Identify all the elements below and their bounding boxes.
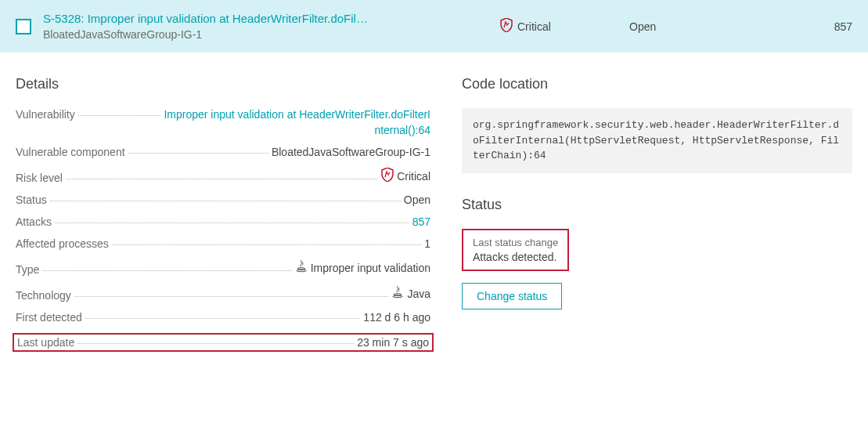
details-heading: Details bbox=[16, 76, 430, 92]
dots bbox=[42, 270, 291, 271]
value: Critical bbox=[381, 168, 430, 184]
value: BloatedJavaSoftwareGroup-IG-1 bbox=[272, 146, 430, 158]
code-location-block: org.springframework.security.web.header.… bbox=[462, 108, 852, 173]
detail-technology: Technology Java bbox=[16, 285, 430, 302]
vulnerability-link[interactable]: Improper input validation at HeaderWrite… bbox=[164, 108, 430, 136]
label: Vulnerable component bbox=[16, 146, 125, 158]
detail-component: Vulnerable component BloatedJavaSoftware… bbox=[16, 146, 430, 158]
header-severity: Critical bbox=[500, 18, 618, 34]
detail-attacks: Attacks 857 bbox=[16, 215, 430, 228]
content-area: Details Vulnerability Improper input val… bbox=[0, 52, 868, 375]
vulnerability-title[interactable]: S-5328: Improper input validation at Hea… bbox=[43, 12, 450, 25]
label: Status bbox=[16, 194, 47, 206]
dots bbox=[85, 318, 361, 319]
shield-icon bbox=[500, 18, 513, 34]
detail-first-detected: First detected 112 d 6 h ago bbox=[16, 311, 430, 324]
dots bbox=[77, 343, 354, 344]
dots bbox=[128, 153, 268, 154]
label: Risk level bbox=[16, 172, 63, 184]
label: Affected processes bbox=[16, 237, 109, 250]
label: Attacks bbox=[16, 215, 52, 228]
header-status: Open bbox=[629, 20, 747, 33]
detail-status: Status Open bbox=[16, 194, 430, 206]
right-column: Code location org.springframework.securi… bbox=[462, 76, 852, 352]
svg-point-1 bbox=[297, 270, 306, 271]
dots bbox=[78, 115, 161, 116]
code-location-heading: Code location bbox=[462, 76, 852, 92]
label: Technology bbox=[16, 289, 71, 302]
java-icon bbox=[391, 285, 404, 302]
value: Open bbox=[404, 194, 430, 206]
header-attacks: 857 bbox=[758, 20, 852, 33]
change-status-button[interactable]: Change status bbox=[462, 283, 562, 309]
dots bbox=[50, 201, 401, 201]
dots bbox=[112, 244, 421, 245]
details-column: Details Vulnerability Improper input val… bbox=[16, 76, 430, 352]
detail-risk-level: Risk level Critical bbox=[16, 168, 430, 184]
header-main: S-5328: Improper input validation at Hea… bbox=[43, 12, 488, 41]
vulnerability-component: BloatedJavaSoftwareGroup-IG-1 bbox=[43, 28, 488, 41]
dots bbox=[55, 223, 409, 223]
detail-last-update: Last update 23 min 7 s ago bbox=[17, 336, 429, 349]
value: 112 d 6 h ago bbox=[363, 311, 430, 324]
label: Vulnerability bbox=[16, 108, 75, 121]
select-checkbox[interactable] bbox=[16, 19, 31, 34]
value: 1 bbox=[424, 237, 430, 250]
label: Last update bbox=[17, 336, 74, 349]
dots bbox=[74, 296, 389, 297]
detail-vulnerability: Vulnerability Improper input validation … bbox=[16, 108, 430, 136]
value: 23 min 7 s ago bbox=[357, 336, 429, 349]
value: Java bbox=[391, 285, 430, 302]
vulnerability-header-row[interactable]: S-5328: Improper input validation at Hea… bbox=[0, 0, 868, 52]
shield-icon bbox=[381, 168, 394, 184]
value: Improper input validation bbox=[295, 259, 430, 276]
last-update-highlight: Last update 23 min 7 s ago bbox=[13, 333, 434, 352]
status-change-value: Attacks detected. bbox=[473, 251, 558, 263]
java-icon bbox=[295, 259, 308, 276]
attacks-link[interactable]: 857 bbox=[412, 215, 430, 228]
svg-point-3 bbox=[393, 295, 402, 297]
dots bbox=[66, 179, 378, 179]
detail-processes: Affected processes 1 bbox=[16, 237, 430, 250]
label: First detected bbox=[16, 311, 82, 324]
status-heading: Status bbox=[462, 197, 852, 213]
severity-text: Critical bbox=[517, 20, 551, 33]
status-change-label: Last status change bbox=[473, 237, 558, 248]
last-status-change-box: Last status change Attacks detected. bbox=[462, 229, 569, 271]
detail-type: Type Improper input validation bbox=[16, 259, 430, 276]
label: Type bbox=[16, 263, 39, 276]
